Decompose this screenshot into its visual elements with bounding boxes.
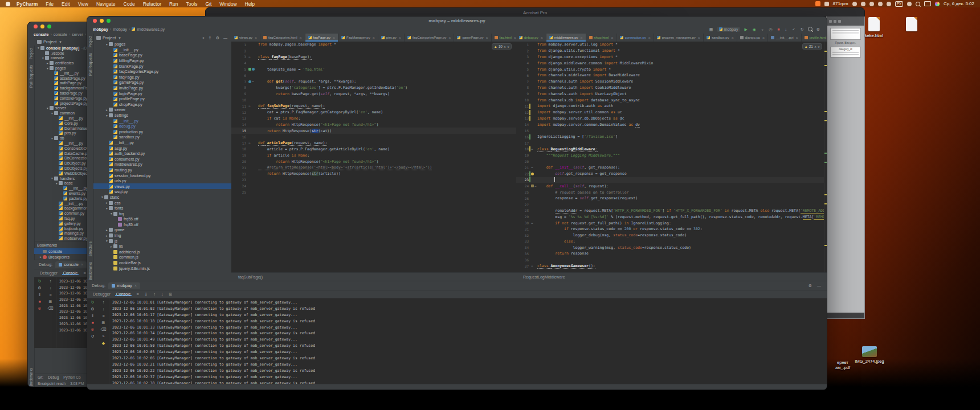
close-tab-icon[interactable]: × — [333, 36, 335, 40]
stripe-mark[interactable] — [824, 111, 827, 112]
close-tab-icon[interactable]: × — [762, 36, 765, 40]
code-line[interactable]: 1from mobpay.server.util.log import * — [516, 42, 824, 48]
code-line[interactable]: 37−class AnonymousGameuser(): — [516, 263, 824, 269]
tree-row[interactable]: invitePage.py — [93, 85, 231, 91]
chevron-right-icon[interactable]: ▸ — [39, 255, 43, 259]
hide-panel-icon[interactable]: — — [222, 36, 228, 40]
code-line[interactable]: 10from channels.db import database_sync_… — [516, 97, 824, 103]
stripe-mark[interactable] — [824, 203, 827, 204]
breadcrumb-item[interactable]: RequestLogMiddleware — [523, 275, 565, 279]
editor-tab-connection-py[interactable]: connection.py× — [617, 34, 654, 42]
code-line[interactable]: 23 — [516, 177, 824, 183]
breadcrumb-item[interactable]: mobpay — [113, 27, 127, 31]
code-line[interactable]: 29 msg = '%s %s %d [%s:%d]' % (request.m… — [516, 214, 824, 220]
assistant-icon[interactable] — [861, 2, 865, 6]
tool-tab-pull-requests[interactable]: Pull Requests — [88, 53, 92, 76]
code-line[interactable]: 14import mobpay.server.common.DomainValu… — [516, 121, 824, 128]
desktop-file-img[interactable]: IMG_2474.jpeg — [854, 346, 885, 364]
tools-icon[interactable] — [869, 2, 874, 6]
tool-tab-bookmarks[interactable]: Bookmarks — [88, 262, 92, 281]
tree-row[interactable]: profilePage.py — [93, 96, 231, 102]
page-thumbnail[interactable] — [830, 28, 861, 40]
code-line[interactable]: 35 return response — [516, 251, 824, 257]
close-window-button[interactable] — [34, 24, 38, 28]
editor-tab-faqpage-py[interactable]: faqPage.py× — [305, 34, 338, 42]
console-output[interactable]: 2023-12-06 10:01:01 [GatewayManager] con… — [110, 300, 826, 386]
code-line[interactable]: 8 kwargs['categories'] = ptrs.P.FaqManag… — [231, 85, 516, 91]
minimize-window-button[interactable] — [100, 19, 104, 23]
stripe-mark[interactable] — [824, 153, 827, 154]
chevron-down-icon[interactable]: ▾ — [41, 56, 45, 60]
tree-row[interactable]: __init__.py — [93, 118, 231, 124]
tree-row[interactable]: addfriend.js — [93, 249, 231, 255]
tree-row[interactable]: ▾frq — [93, 211, 231, 216]
chevron-down-icon[interactable]: ▾ — [50, 112, 54, 115]
fold-region-icon[interactable]: − — [531, 222, 533, 225]
code-line[interactable]: 27 — [516, 202, 824, 208]
code-line[interactable]: 28 remoteAddr = request.META['HTTP_X_FOR… — [516, 208, 824, 214]
code-line[interactable]: 13 if cat is None: — [231, 116, 516, 122]
editor-tab-sandbox-py[interactable]: sandbox.py× — [704, 34, 737, 42]
headphones-icon[interactable] — [887, 2, 891, 6]
editor-tab-faqcategoriespage-py[interactable]: faqCategoriesPage.py× — [405, 34, 454, 42]
tree-row[interactable]: faqPage.py — [93, 75, 231, 80]
code-line[interactable]: 19 """Request Logging Middleware.""" — [516, 152, 824, 158]
code-line[interactable]: 20 return HttpResponse("<h1>Page not fou… — [231, 158, 516, 165]
stop-icon[interactable]: ■ — [91, 321, 93, 325]
editor-tab-faq-html[interactable]: faq.html× — [492, 34, 516, 42]
inspections-widget[interactable]: ▲ 21 ∧ ∨ — [802, 43, 822, 50]
chevron-down-icon[interactable]: ▾ — [36, 46, 40, 50]
close-tab-icon[interactable]: × — [255, 36, 257, 40]
code-editor-middlewares[interactable]: 1from mobpay.server.util.log import *2fr… — [516, 42, 824, 273]
close-tab-icon[interactable]: × — [373, 36, 375, 40]
code-line[interactable]: 32 logger_debug(msg, status_code=respons… — [516, 232, 824, 239]
debug-button[interactable]: ◉ — [752, 27, 757, 31]
input-source-indicator[interactable]: РУ — [895, 1, 903, 7]
settings-icon[interactable]: ⚙ — [815, 27, 821, 31]
editor-tab-ptrs-py[interactable]: ptrs.py× — [378, 34, 405, 42]
modify-run-config-icon[interactable]: ⚙ — [38, 286, 41, 290]
restore-layout-icon[interactable]: ⊞ — [168, 292, 173, 296]
code-line[interactable]: 26 response = self.get_response(request) — [516, 195, 824, 202]
tree-row[interactable]: routing.py — [93, 167, 231, 173]
code-line[interactable]: 24− def __call__(self, request): — [516, 183, 824, 189]
code-line[interactable]: 25 # request passes on to controller — [516, 189, 824, 195]
chevron-down-icon[interactable]: ▾ — [117, 36, 122, 40]
status-python-console-label[interactable]: Python Co — [63, 375, 80, 379]
code-line[interactable]: 16IgnoreListLogging = ['/favicon.ico'] — [516, 134, 824, 140]
editor-breadcrumb[interactable]: faqSubPage() — [231, 272, 516, 281]
search-everywhere-icon[interactable] — [808, 27, 812, 31]
print-icon[interactable]: ⊞ — [49, 300, 52, 304]
chevron-down-icon[interactable]: ▾ — [50, 137, 54, 140]
uplink-icon[interactable] — [907, 2, 912, 6]
status-git-label[interactable]: Git: — [38, 375, 43, 379]
chevron-down-icon[interactable]: ▾ — [105, 114, 109, 117]
tree-row[interactable]: ▸css — [93, 200, 231, 206]
tool-tab-pull-requests[interactable]: Pull Requests — [29, 65, 33, 88]
chevron-right-icon[interactable]: ▸ — [105, 201, 109, 204]
restore-layout-icon[interactable]: ↺ — [91, 334, 95, 338]
fold-region-icon[interactable]: − — [531, 166, 533, 169]
code-line[interactable]: 20 — [516, 158, 824, 165]
debug-session-tab[interactable]: console × — [55, 261, 87, 268]
debug-tab-debugger[interactable]: Debugger — [92, 292, 112, 296]
chevron-right-icon[interactable]: ▸ — [105, 228, 109, 232]
code-line[interactable]: 9 return basePage.get(self, request, *ar… — [231, 91, 516, 97]
tree-row[interactable]: debug.py — [93, 124, 231, 129]
menu-item-refactor[interactable]: Refactor — [139, 1, 165, 7]
tree-row[interactable]: urls.py — [93, 178, 231, 184]
fold-region-icon[interactable]: − — [531, 147, 533, 151]
hide-frames-icon[interactable]: ≡ — [102, 314, 104, 318]
code-line[interactable]: 2from django.utils.functional import * — [516, 48, 824, 54]
tree-row[interactable]: __init__.py — [93, 140, 231, 146]
tool-tab-project[interactable]: Project — [29, 48, 33, 59]
tree-row[interactable]: asgi.py — [93, 145, 231, 151]
editor-tab-faqcategories-html[interactable]: faqCategories.html× — [260, 34, 305, 42]
project-tree[interactable]: ▾pages__init__.pybasePage.pybillingPage.… — [93, 42, 231, 281]
code-line[interactable]: 15 return HttpResponse(str(cat)) — [231, 128, 516, 134]
tree-row[interactable]: common.js — [93, 255, 231, 260]
debug-session-tab[interactable]: mobpay × — [108, 282, 140, 289]
page-thumbnail[interactable]: category_id — [830, 47, 861, 58]
tool-tab-structure[interactable]: Structure — [88, 241, 92, 256]
stripe-mark[interactable] — [824, 245, 827, 246]
